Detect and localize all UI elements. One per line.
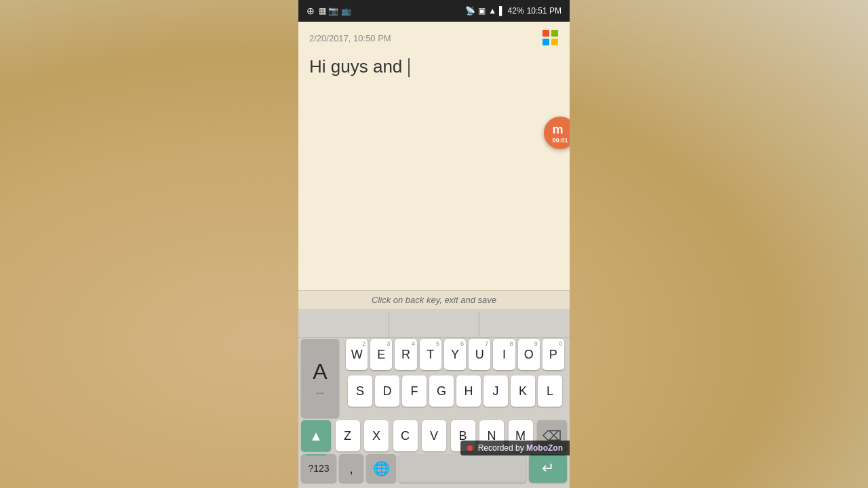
key-comma[interactable]: , [339,454,363,483]
battery-percent: 42% [508,6,524,16]
key-A-big[interactable]: A ··· [301,339,339,418]
clock: 10:51 PM [527,6,561,16]
key-I[interactable]: 8I [493,339,515,370]
watermark-time: 00:01 [552,137,568,144]
rec-dot [467,445,473,451]
key-D[interactable]: D [375,375,399,407]
key-Z[interactable]: Z [336,420,360,451]
note-header: 2/20/2017, 10:50 PM [309,30,559,46]
watermark-label: m [552,123,568,137]
key-S[interactable]: S [348,375,372,407]
enter-icon: ↵ [542,460,554,477]
cast-icon: 📡 [465,6,475,16]
key-L[interactable]: L [538,375,562,407]
key-rows-wrapper: A ··· 2W 3E 4R 5T 6Y 7U 8I 9O 0P [298,339,570,418]
suggestion-1[interactable] [298,312,389,337]
key-row-2: S D F G H J K L [343,375,567,407]
win-yellow [551,39,558,45]
shift-wrapper: ▲ [301,420,331,451]
text-cursor [408,58,410,77]
wifi-icon: ▲ [488,6,496,16]
sim-icon: ▣ [478,6,486,16]
key-O[interactable]: 9O [518,339,540,370]
key-U[interactable]: 7U [469,339,490,370]
suggestions-row [298,312,570,338]
key-G[interactable]: G [429,375,454,407]
note-text[interactable]: Hi guys and [309,54,559,79]
key-K[interactable]: K [511,375,535,407]
suggestion-3[interactable] [479,312,570,337]
note-content: Hi guys and [309,56,408,77]
signal-icon: ▌ [499,6,505,16]
key-J[interactable]: J [484,375,508,407]
key-E[interactable]: 3E [370,339,392,370]
key-enter[interactable]: ↵ [529,454,567,483]
key-C[interactable]: C [393,420,418,451]
shift-underline [306,454,326,455]
key-A-dots: ··· [316,387,324,398]
globe-icon: 🌐 [373,460,390,476]
status-right: 📡 ▣ ▲ ▌ 42% 10:51 PM [465,6,561,16]
status-bar: ⊕ ▦ 📷 📺 📡 ▣ ▲ ▌ 42% 10:51 PM [298,0,570,22]
key-globe[interactable]: 🌐 [366,454,396,483]
note-area[interactable]: 2/20/2017, 10:50 PM Hi guys and m 00:01 [298,22,570,290]
key-space[interactable] [399,454,526,483]
key-X[interactable]: X [364,420,389,451]
key-F[interactable]: F [402,375,427,407]
key-P[interactable]: 0P [542,339,564,370]
key-V[interactable]: V [422,420,446,451]
recorded-banner: Recorded by MoboZon [460,441,570,455]
watermark-button[interactable]: m 00:01 [544,117,570,149]
windows-logo[interactable] [542,30,559,46]
keyboard: A ··· 2W 3E 4R 5T 6Y 7U 8I 9O 0P [298,309,570,488]
key-row-1: 2W 3E 4R 5T 6Y 7U 8I 9O 0P [343,339,567,370]
key-comma-label: , [349,461,353,476]
key-Y[interactable]: 6Y [444,339,466,370]
app-icon: ⊕ [307,5,315,16]
win-red [542,30,549,37]
win-blue [542,39,549,45]
hint-bar: Click on back key, exit and save [298,290,570,309]
status-icons: ▦ 📷 📺 [319,6,351,16]
recorded-text: Recorded by [478,443,524,453]
key-T[interactable]: 5T [420,339,441,370]
win-green [551,30,558,37]
suggestion-2[interactable] [389,312,480,337]
key-num[interactable]: ?123 [301,454,336,483]
rows-right: 2W 3E 4R 5T 6Y 7U 8I 9O 0P S D F G H [343,339,567,409]
note-date: 2/20/2017, 10:50 PM [309,33,391,43]
recorded-app: MoboZon [526,443,563,453]
phone-frame: ⊕ ▦ 📷 📺 📡 ▣ ▲ ▌ 42% 10:51 PM 2/20/2017, … [298,0,570,488]
status-left: ⊕ ▦ 📷 📺 [307,5,351,16]
bottom-row: ?123 , 🌐 ↵ [298,454,570,487]
key-num-label: ?123 [308,463,329,474]
key-H[interactable]: H [456,375,481,407]
key-A-label: A [313,359,327,384]
key-shift[interactable]: ▲ [301,420,331,451]
key-R[interactable]: 4R [395,339,416,370]
key-W[interactable]: 2W [346,339,368,370]
hint-text: Click on back key, exit and save [372,295,496,305]
